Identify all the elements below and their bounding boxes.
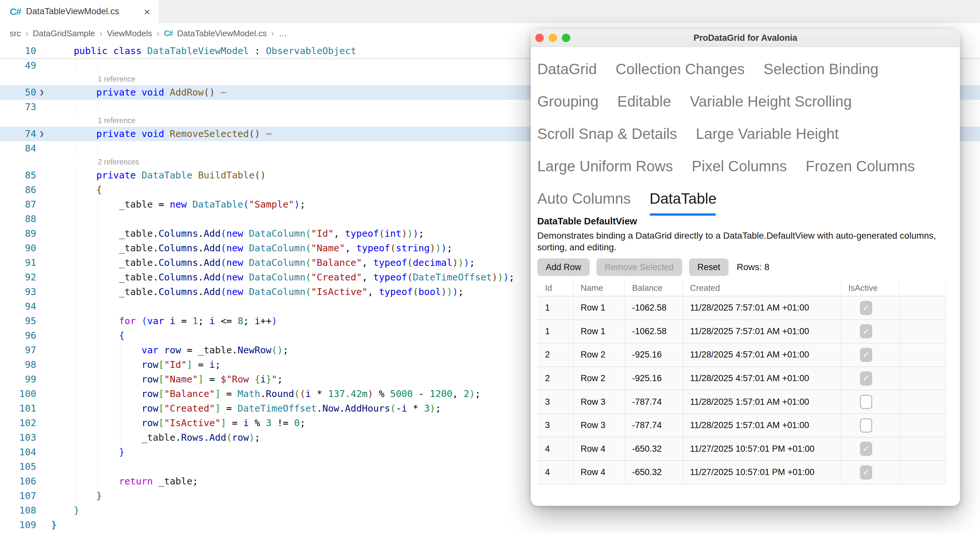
column-header-id[interactable]: Id: [537, 280, 573, 296]
cell-id[interactable]: 3: [537, 414, 573, 437]
breadcrumb-more[interactable]: …: [278, 29, 287, 38]
nav-item-large-variable-height[interactable]: Large Variable Height: [696, 125, 839, 142]
code-token: new: [226, 228, 243, 239]
cell-balance[interactable]: -650.32: [625, 437, 683, 461]
cell-name[interactable]: Row 4: [573, 437, 625, 461]
cell-created[interactable]: 11/28/2025 7:57:01 AM +01:00: [683, 296, 841, 319]
nav-item-datagrid[interactable]: DataGrid: [537, 60, 597, 78]
window-body: DataGridCollection ChangesSelection Bind…: [537, 47, 953, 484]
nav-item-frozen-columns[interactable]: Frozen Columns: [805, 157, 915, 175]
nav-item-grouping[interactable]: Grouping: [537, 93, 598, 110]
cell-balance[interactable]: -925.16: [625, 343, 683, 367]
code-token: ): [413, 228, 418, 239]
code-token: ): [430, 403, 435, 414]
cell-name[interactable]: Row 2: [573, 367, 625, 390]
table-row[interactable]: 4Row 4-650.3211/27/2025 10:57:01 PM +01:…: [537, 437, 946, 461]
breadcrumb-item-viewmodels[interactable]: ViewModels: [107, 29, 152, 38]
code-token: (: [390, 243, 396, 254]
code-token: ;: [435, 403, 441, 414]
tab-datatableviewmodel[interactable]: C# DataTableViewModel.cs ×: [0, 0, 159, 23]
code-line-109[interactable]: 109}: [0, 518, 980, 532]
table-row[interactable]: 2Row 2-925.1611/28/2025 4:57:01 AM +01:0…: [537, 343, 946, 367]
codelens-references-link[interactable]: 1 reference: [98, 73, 135, 85]
code-token: ): [469, 388, 475, 399]
nav-item-editable[interactable]: Editable: [617, 93, 671, 110]
table-row[interactable]: 3Row 3-787.7411/28/2025 1:57:01 AM +01:0…: [537, 390, 946, 414]
column-header-blank[interactable]: [899, 280, 946, 296]
cell-balance[interactable]: -787.74: [625, 390, 683, 413]
nav-item-scroll-snap-details[interactable]: Scroll Snap & Details: [537, 125, 677, 142]
cell-id[interactable]: 2: [537, 367, 573, 390]
cell-balance[interactable]: -650.32: [625, 461, 683, 484]
cell-id[interactable]: 1: [537, 320, 573, 343]
cell-name[interactable]: Row 3: [573, 414, 625, 437]
nav-item-auto-columns[interactable]: Auto Columns: [537, 190, 631, 207]
cell-name[interactable]: Row 1: [573, 296, 625, 319]
column-header-name[interactable]: Name: [573, 280, 625, 296]
cell-id[interactable]: 4: [537, 461, 573, 484]
cell-id[interactable]: 1: [537, 296, 573, 319]
cell-created[interactable]: 11/28/2025 1:57:01 AM +01:00: [683, 414, 841, 437]
cell-created[interactable]: 11/27/2025 10:57:01 PM +01:00: [683, 437, 841, 461]
checkbox-unchecked-icon[interactable]: [860, 418, 872, 432]
nav-item-selection-binding[interactable]: Selection Binding: [764, 60, 878, 78]
code-token: Add: [204, 286, 220, 297]
breadcrumb-item-src[interactable]: src: [10, 29, 21, 38]
cell-created[interactable]: 11/28/2025 7:57:01 AM +01:00: [683, 320, 841, 343]
add-row-button[interactable]: Add Row: [537, 259, 590, 276]
breadcrumb-item-file[interactable]: DataTableViewModel.cs: [177, 29, 267, 38]
codelens-references-link[interactable]: 1 reference: [98, 114, 135, 127]
column-header-created[interactable]: Created: [683, 280, 841, 296]
nav-item-datatable[interactable]: DataTable: [649, 190, 717, 207]
codelens-references-link[interactable]: 2 references: [98, 156, 139, 168]
code-token: "Balance": [311, 257, 362, 268]
cell-created[interactable]: 11/28/2025 1:57:01 AM +01:00: [683, 390, 841, 413]
fold-chevron-icon[interactable]: ❯: [40, 85, 44, 100]
checkbox-checked-icon[interactable]: ✓: [860, 348, 872, 362]
cell-balance[interactable]: -1062.58: [625, 320, 683, 343]
reset-button[interactable]: Reset: [689, 259, 729, 276]
line-number: 90: [0, 241, 36, 255]
checkbox-checked-icon[interactable]: ✓: [860, 465, 872, 480]
cell-name[interactable]: Row 2: [573, 343, 625, 367]
code-token: DataColumn: [249, 257, 305, 268]
nav-item-collection-changes[interactable]: Collection Changes: [616, 60, 745, 78]
checkbox-unchecked-icon[interactable]: [860, 395, 872, 409]
table-row[interactable]: 3Row 3-787.7411/28/2025 1:57:01 AM +01:0…: [537, 414, 946, 437]
cell-created[interactable]: 11/28/2025 4:57:01 AM +01:00: [683, 343, 841, 367]
checkbox-checked-icon[interactable]: ✓: [860, 372, 872, 386]
cell-balance[interactable]: -787.74: [625, 414, 683, 437]
cell-balance[interactable]: -1062.58: [625, 296, 683, 319]
cell-balance[interactable]: -925.16: [625, 367, 683, 390]
column-header-balance[interactable]: Balance: [625, 280, 683, 296]
cell-name[interactable]: Row 3: [573, 390, 625, 413]
cell-name[interactable]: Row 1: [573, 320, 625, 343]
table-row[interactable]: 4Row 4-650.3211/27/2025 10:57:01 PM +01:…: [537, 461, 946, 484]
code-token: ;: [243, 315, 255, 326]
nav-item-variable-height-scrolling[interactable]: Variable Height Scrolling: [690, 93, 851, 110]
table-row[interactable]: 1Row 1-1062.5811/28/2025 7:57:01 AM +01:…: [537, 320, 946, 343]
cell-isactive: ✓: [841, 437, 899, 461]
code-token: }: [97, 490, 102, 501]
breadcrumb-item-datagridsample[interactable]: DataGridSample: [33, 29, 95, 38]
checkbox-checked-icon[interactable]: ✓: [860, 442, 872, 456]
cell-id[interactable]: 3: [537, 390, 573, 413]
fold-chevron-icon[interactable]: ❯: [40, 127, 44, 141]
cell-name[interactable]: Row 4: [573, 461, 625, 484]
nav-item-pixel-columns[interactable]: Pixel Columns: [692, 157, 787, 175]
checkbox-checked-icon[interactable]: ✓: [860, 324, 872, 338]
code-token: ]: [215, 388, 220, 399]
code-token: ;: [509, 272, 514, 283]
table-row[interactable]: 2Row 2-925.1611/28/2025 4:57:01 AM +01:0…: [537, 367, 946, 391]
cell-created[interactable]: 11/28/2025 4:57:01 AM +01:00: [683, 367, 841, 390]
checkbox-checked-icon[interactable]: ✓: [860, 301, 872, 315]
table-row[interactable]: 1Row 1-1062.5811/28/2025 7:57:01 AM +01:…: [537, 296, 946, 320]
column-header-isactive[interactable]: IsActive: [841, 280, 899, 296]
cell-id[interactable]: 2: [537, 343, 573, 367]
cell-id[interactable]: 4: [537, 437, 573, 461]
close-icon[interactable]: ×: [144, 6, 150, 17]
code-token: (: [221, 286, 226, 297]
window-titlebar[interactable]: ProDataGrid for Avalonia: [531, 29, 960, 47]
nav-item-large-uniform-rows[interactable]: Large Uniform Rows: [537, 157, 673, 175]
cell-created[interactable]: 11/27/2025 10:57:01 PM +01:00: [683, 461, 841, 484]
